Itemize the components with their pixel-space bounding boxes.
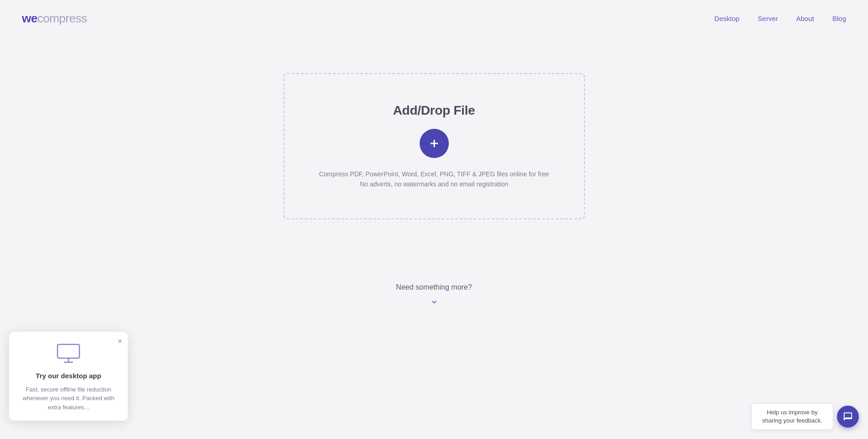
popup-title: Try our desktop app xyxy=(36,372,101,380)
monitor-icon xyxy=(56,343,81,366)
feedback-text: Help us improve by sharing your feedback… xyxy=(751,403,833,430)
svg-rect-2 xyxy=(58,344,79,358)
desktop-popup: × Try our desktop app Fast, secure offli… xyxy=(9,332,128,421)
bottom-section: Need something more? ⌄ xyxy=(396,283,472,305)
main-nav: Desktop Server About Blog xyxy=(715,15,846,22)
chevron-down-icon[interactable]: ⌄ xyxy=(430,295,438,305)
main-content: Add/Drop File Compress PDF, PowerPoint, … xyxy=(0,37,868,305)
add-file-button[interactable] xyxy=(420,129,449,158)
feedback-button[interactable] xyxy=(837,406,859,428)
plus-icon xyxy=(428,137,441,150)
drop-zone-title: Add/Drop File xyxy=(393,103,475,118)
nav-blog[interactable]: Blog xyxy=(832,15,846,22)
logo-we: we xyxy=(22,11,37,26)
drop-zone-description: Compress PDF, PowerPoint, Word, Excel, P… xyxy=(319,169,549,190)
nav-server[interactable]: Server xyxy=(758,15,778,22)
need-more-text: Need something more? xyxy=(396,283,472,291)
logo[interactable]: we compress xyxy=(22,11,87,26)
popup-close-button[interactable]: × xyxy=(117,337,122,345)
drop-zone-desc-line2: No adverts, no watermarks and no email r… xyxy=(319,179,549,189)
site-header: we compress Desktop Server About Blog xyxy=(0,0,868,37)
drop-zone[interactable]: Add/Drop File Compress PDF, PowerPoint, … xyxy=(284,73,585,219)
chat-icon xyxy=(843,412,853,422)
nav-desktop[interactable]: Desktop xyxy=(715,15,740,22)
popup-description: Fast, secure offline file reduction when… xyxy=(18,385,119,412)
feedback-widget: Help us improve by sharing your feedback… xyxy=(751,403,859,430)
logo-compress: compress xyxy=(37,11,87,26)
nav-about[interactable]: About xyxy=(796,15,814,22)
drop-zone-desc-line1: Compress PDF, PowerPoint, Word, Excel, P… xyxy=(319,169,549,179)
